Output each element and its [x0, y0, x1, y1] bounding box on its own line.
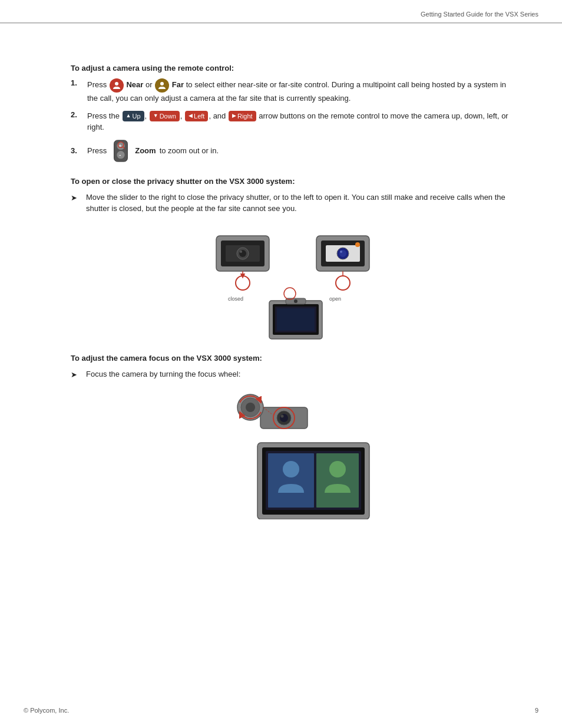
- section-privacy-shutter: To open or close the privacy shutter on …: [71, 177, 515, 342]
- section-adjust-camera: To adjust a camera using the remote cont…: [71, 64, 515, 163]
- near-label: Near: [126, 80, 143, 89]
- svg-point-23: [340, 251, 342, 253]
- step-1-content: Press Near or: [87, 78, 515, 104]
- focus-bullet-list: ➤ Focus the camera by turning the focus …: [71, 368, 515, 381]
- svg-text:-: -: [119, 151, 121, 158]
- step-3: 3. Press +: [71, 139, 515, 163]
- steps-list: 1. Press Near or: [71, 78, 515, 163]
- svg-point-25: [336, 276, 350, 290]
- page-footer: © Polycom, Inc. 9: [0, 707, 562, 714]
- svg-rect-31: [277, 308, 315, 331]
- section-camera-focus: To adjust the camera focus on the VSX 30…: [71, 354, 515, 520]
- near-icon: [110, 78, 124, 93]
- step-3-number: 3.: [71, 146, 85, 155]
- svg-point-33: [294, 299, 297, 303]
- step-1: 1. Press Near or: [71, 78, 515, 104]
- bullet-arrow-icon: ➤: [71, 192, 82, 204]
- svg-point-34: [284, 288, 296, 299]
- svg-point-0: [115, 82, 118, 85]
- focus-illustration: [71, 390, 515, 519]
- left-button: Left: [185, 111, 208, 122]
- and-text: and: [213, 111, 228, 120]
- step1-press-text: Press: [87, 80, 107, 89]
- svg-point-45: [281, 415, 284, 418]
- focus-bullet-arrow: ➤: [71, 369, 82, 381]
- far-icon: [155, 78, 169, 93]
- page-content: To adjust a camera using the remote cont…: [0, 35, 562, 555]
- svg-point-40: [283, 461, 299, 477]
- footer-page-number: 9: [535, 707, 538, 714]
- section3-heading: To adjust the camera focus on the VSX 30…: [71, 354, 515, 363]
- svg-point-1: [160, 82, 164, 85]
- step-2: 2. Press the Up, Down, Left, and Right a…: [71, 110, 515, 133]
- focus-bullet-item: ➤ Focus the camera by turning the focus …: [71, 368, 515, 381]
- privacy-bullet-list: ➤ Move the slider to the right to close …: [71, 192, 515, 215]
- shutter-svg: closed open: [199, 224, 387, 342]
- svg-point-48: [246, 403, 255, 412]
- svg-point-44: [280, 414, 288, 422]
- step2-press-text: Press the: [87, 111, 122, 120]
- header-title: Getting Started Guide for the VSX Series: [421, 11, 538, 18]
- right-button: Right: [229, 111, 256, 122]
- step3-press-text: Press: [87, 145, 107, 157]
- svg-text:closed: closed: [228, 296, 243, 302]
- step-3-content: Press + -: [87, 139, 515, 163]
- section1-heading: To adjust a camera using the remote cont…: [71, 64, 515, 73]
- zoom-label: Zoom: [135, 145, 156, 157]
- zoom-icon: + -: [111, 139, 130, 163]
- svg-point-41: [329, 461, 346, 477]
- down-button: Down: [150, 111, 180, 122]
- shutter-illustration: closed open: [71, 224, 515, 342]
- privacy-bullet-text: Move the slider to the right to close th…: [86, 192, 515, 215]
- svg-point-24: [355, 242, 360, 247]
- focus-svg: [210, 390, 375, 519]
- far-label: Far: [172, 80, 184, 89]
- header-divider: [0, 23, 562, 24]
- svg-point-15: [236, 276, 250, 290]
- footer-copyright: © Polycom, Inc.: [24, 707, 69, 714]
- step1-or-text: or: [146, 80, 154, 89]
- svg-text:+: +: [118, 143, 122, 149]
- up-button: Up: [123, 111, 144, 122]
- section2-heading: To open or close the privacy shutter on …: [71, 177, 515, 186]
- step3-after-text: to zoom out or in.: [160, 145, 219, 157]
- step-2-content: Press the Up, Down, Left, and Right arro…: [87, 110, 515, 133]
- privacy-bullet-item: ➤ Move the slider to the right to close …: [71, 192, 515, 215]
- step-2-number: 2.: [71, 110, 85, 119]
- svg-text:open: open: [329, 296, 341, 302]
- page-header: Getting Started Guide for the VSX Series: [0, 0, 562, 23]
- focus-bullet-text: Focus the camera by turning the focus wh…: [86, 368, 240, 380]
- step-1-number: 1.: [71, 78, 85, 87]
- step3-inline: Press + -: [87, 139, 515, 163]
- svg-point-14: [240, 251, 242, 253]
